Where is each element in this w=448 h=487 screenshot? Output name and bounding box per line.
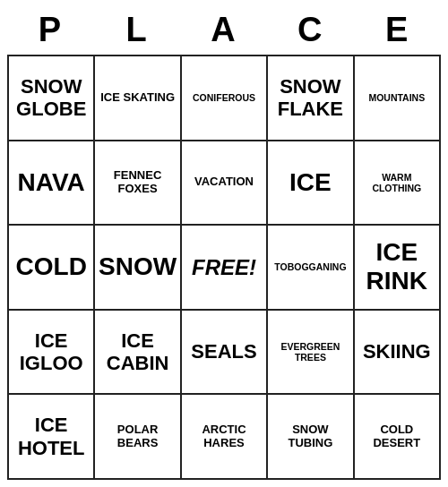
title-l: L [94, 11, 181, 49]
cell-text-r0-c3: SNOW FLAKE [271, 75, 349, 121]
cell-r0-c3[interactable]: SNOW FLAKE [268, 56, 354, 141]
cell-text-r4-c4: COLD DESERT [358, 423, 436, 450]
cell-text-r3-c3: EVERGREEN TREES [271, 341, 349, 363]
title-a: A [181, 11, 268, 49]
cell-r1-c3[interactable]: ICE [268, 141, 354, 226]
cell-r2-c3[interactable]: TOBOGGANING [268, 226, 354, 311]
cell-r1-c1[interactable]: FENNEC FOXES [95, 141, 181, 226]
cell-r3-c4[interactable]: SKIING [355, 311, 441, 396]
cell-text-r3-c1: ICE CABIN [98, 329, 177, 375]
title-e: E [354, 11, 441, 49]
cell-r4-c2[interactable]: ARCTIC HARES [182, 395, 268, 480]
title-p: P [7, 11, 94, 49]
cell-text-r3-c2: SEALS [191, 340, 256, 363]
cell-text-r2-c0: COLD [16, 252, 87, 281]
cell-text-r4-c0: ICE HOTEL [12, 414, 90, 459]
cell-text-r4-c3: SNOW TUBING [271, 423, 349, 450]
cell-r3-c0[interactable]: ICE IGLOO [9, 311, 95, 396]
cell-r1-c0[interactable]: NAVA [9, 141, 95, 226]
cell-text-r1-c3: ICE [289, 168, 332, 197]
cell-r1-c4[interactable]: WARM CLOTHING [355, 141, 441, 226]
cell-text-r2-c2: Free! [192, 255, 256, 280]
cell-text-r0-c2: CONIFEROUS [193, 92, 255, 103]
cell-text-r1-c2: VACATION [194, 175, 254, 189]
cell-text-r2-c1: SNOW [99, 252, 177, 281]
title-c: C [267, 11, 354, 49]
cell-r2-c1[interactable]: SNOW [95, 226, 181, 311]
cell-r3-c2[interactable]: SEALS [182, 311, 268, 396]
bingo-grid: SNOW GLOBEICE SKATINGCONIFEROUSSNOW FLAK… [7, 55, 441, 480]
bingo-title: P L A C E [7, 7, 441, 55]
cell-r2-c4[interactable]: ICE RINK [355, 226, 441, 311]
cell-r0-c2[interactable]: CONIFEROUS [182, 56, 268, 141]
cell-r4-c3[interactable]: SNOW TUBING [268, 395, 354, 480]
cell-text-r1-c1: FENNEC FOXES [98, 169, 177, 196]
cell-text-r1-c4: WARM CLOTHING [358, 172, 436, 193]
cell-r4-c1[interactable]: POLAR BEARS [95, 395, 181, 480]
cell-text-r4-c1: POLAR BEARS [98, 423, 177, 450]
cell-r3-c3[interactable]: EVERGREEN TREES [268, 311, 354, 396]
cell-text-r2-c3: TOBOGGANING [274, 261, 346, 272]
cell-r2-c2[interactable]: Free! [182, 226, 268, 311]
cell-text-r1-c0: NAVA [18, 168, 85, 197]
cell-r3-c1[interactable]: ICE CABIN [95, 311, 181, 396]
cell-r4-c0[interactable]: ICE HOTEL [9, 395, 95, 480]
cell-text-r2-c4: ICE RINK [358, 238, 436, 295]
cell-r2-c0[interactable]: COLD [9, 226, 95, 311]
cell-r1-c2[interactable]: VACATION [182, 141, 268, 226]
cell-text-r3-c4: SKIING [363, 340, 431, 363]
cell-text-r0-c0: SNOW GLOBE [12, 75, 90, 121]
cell-r0-c4[interactable]: MOUNTAINS [355, 56, 441, 141]
cell-text-r4-c2: ARCTIC HARES [185, 423, 263, 450]
cell-text-r3-c0: ICE IGLOO [12, 329, 90, 375]
cell-r0-c1[interactable]: ICE SKATING [95, 56, 181, 141]
cell-r4-c4[interactable]: COLD DESERT [355, 395, 441, 480]
cell-r0-c0[interactable]: SNOW GLOBE [9, 56, 95, 141]
cell-text-r0-c4: MOUNTAINS [368, 92, 425, 103]
cell-text-r0-c1: ICE SKATING [100, 91, 175, 105]
